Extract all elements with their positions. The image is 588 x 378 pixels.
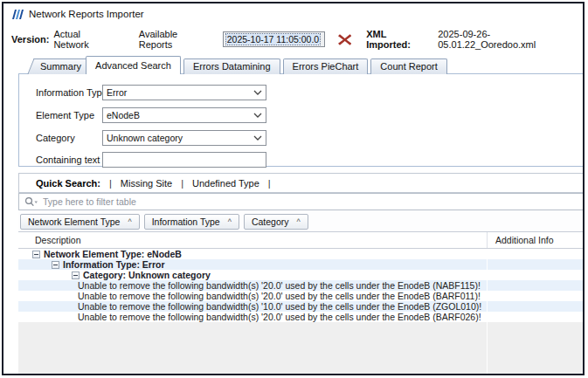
information-type-dropdown[interactable]: Error: [102, 85, 266, 100]
form-row-category: CategoryUnknown category: [19, 130, 583, 146]
tab-strip: SummaryAdvanced SearchErrors DataminingE…: [31, 56, 450, 74]
table-row[interactable]: Unable to remove the following bandwidth…: [18, 312, 583, 322]
tab-label: Summary: [40, 61, 81, 72]
group-row-label: Category: Unknown category: [83, 270, 211, 280]
tab-label: Errors PieChart: [293, 61, 359, 72]
separator: |: [109, 178, 112, 189]
chevron-down-icon: [253, 113, 262, 118]
column-separator: [487, 232, 488, 248]
quick-search-bar: Quick Search: |Missing Site|Undefined Ty…: [18, 173, 583, 193]
filter-table-input[interactable]: [43, 195, 583, 209]
tab-label: Count Report: [380, 61, 437, 72]
element-type-value: eNodeB: [107, 110, 140, 120]
filter-bar: [18, 193, 583, 210]
tab-label: Errors Datamining: [193, 61, 271, 72]
collapse-toggle-icon[interactable]: [72, 271, 80, 279]
quick-search-label: Quick Search:: [36, 178, 100, 189]
network-reports-importer-window: Network Reports Importer Version: Actual…: [2, 2, 585, 375]
category-label: Category: [36, 133, 75, 143]
group-by-network-element-type[interactable]: Network Element Type^: [20, 214, 140, 230]
table-row[interactable]: Unable to remove the following bandwidth…: [18, 280, 583, 291]
collapse-toggle-icon[interactable]: [52, 261, 59, 269]
app-logo-icon: [10, 9, 24, 20]
results-table-body: Network Element Type: eNodeBInformation …: [18, 249, 583, 374]
separator: |: [268, 178, 271, 189]
element-type-dropdown[interactable]: eNodeB: [102, 107, 266, 123]
element-type-label: Element Type: [36, 110, 94, 120]
separator: |: [181, 178, 183, 189]
collapse-toggle-icon[interactable]: [32, 251, 40, 258]
toolbar: Version: Actual Network Available Report…: [3, 30, 583, 49]
tab-errors-piechart[interactable]: Errors PieChart: [283, 58, 369, 74]
message-description: Unable to remove the following bandwidth…: [78, 301, 481, 312]
version-label: Version:: [11, 34, 49, 45]
group-by-information-type[interactable]: Information Type^: [144, 214, 239, 230]
version-value: Actual Network: [53, 29, 115, 50]
available-reports-label: Available Reports: [139, 29, 211, 50]
window-content: Network Reports Importer Version: Actual…: [3, 3, 583, 374]
message-description: Unable to remove the following bandwidth…: [78, 291, 481, 301]
group-row-label: Network Element Type: eNodeB: [44, 249, 182, 259]
xml-imported-value: 2025-09-26-05.01.22_Ooredoo.xml: [438, 29, 583, 50]
containing-text-label: Containing text: [36, 155, 100, 165]
available-reports-dropdown[interactable]: 2025-10-17 11:05:00.0: [223, 31, 325, 47]
group-by-label: Network Element Type: [28, 216, 120, 227]
table-empty-area: [18, 322, 583, 374]
search-icon: [24, 196, 38, 208]
selected-report-value: 2025-10-17 11:05:00.0: [226, 34, 320, 45]
grouping-bar: Network Element Type^Information Type^Ca…: [18, 211, 583, 232]
table-row[interactable]: Unable to remove the following bandwidth…: [18, 301, 583, 312]
group-row-label: Information Type: Error: [63, 259, 164, 270]
quick-search-link-undefined-type[interactable]: Undefined Type: [192, 178, 259, 189]
group-row[interactable]: Information Type: Error: [18, 259, 583, 270]
containing-text-input[interactable]: [102, 152, 266, 168]
column-separator: [487, 249, 488, 374]
form-row-element-type: Element TypeeNodeB: [19, 107, 583, 123]
tab-errors-datamining[interactable]: Errors Datamining: [183, 58, 280, 74]
group-row[interactable]: Network Element Type: eNodeB: [18, 249, 583, 259]
title-bar: Network Reports Importer: [3, 3, 583, 24]
column-header-additional-info[interactable]: Additional Info: [495, 235, 554, 245]
group-by-label: Category: [252, 216, 289, 227]
quick-search-link-missing-site[interactable]: Missing Site: [121, 178, 172, 189]
form-row-information-type: Information TypeError: [19, 85, 583, 100]
message-description: Unable to remove the following bandwidth…: [78, 312, 481, 322]
tab-count-report[interactable]: Count Report: [370, 58, 446, 74]
delete-report-button[interactable]: [338, 33, 351, 46]
sort-asc-icon: ^: [297, 217, 301, 226]
tab-summary[interactable]: Summary: [27, 58, 93, 74]
chevron-down-icon: [253, 135, 262, 141]
category-value: Unknown category: [107, 133, 183, 143]
message-description: Unable to remove the following bandwidth…: [78, 280, 481, 291]
chevron-down-icon: [253, 90, 262, 95]
advanced-search-panel: Information TypeErrorElement TypeeNodeBC…: [18, 73, 583, 167]
column-header-description[interactable]: Description: [35, 235, 81, 245]
category-dropdown[interactable]: Unknown category: [102, 130, 266, 146]
group-row[interactable]: Category: Unknown category: [18, 270, 583, 280]
tab-label: Advanced Search: [95, 60, 171, 71]
sort-asc-icon: ^: [228, 217, 232, 226]
chevron-down-icon: [320, 37, 322, 42]
form-row-containing-text: Containing text: [19, 152, 583, 168]
tab-advanced-search[interactable]: Advanced Search: [86, 56, 181, 74]
group-by-label: Information Type: [152, 216, 220, 227]
information-type-value: Error: [107, 87, 127, 98]
table-row[interactable]: Unable to remove the following bandwidth…: [18, 291, 583, 301]
group-by-category[interactable]: Category^: [244, 214, 308, 230]
sort-asc-icon: ^: [128, 217, 131, 226]
table-header: Description Additional Info: [18, 232, 583, 249]
xml-imported-label: XML Imported:: [366, 29, 431, 50]
information-type-label: Information Type: [36, 87, 107, 98]
window-title: Network Reports Importer: [29, 9, 144, 19]
